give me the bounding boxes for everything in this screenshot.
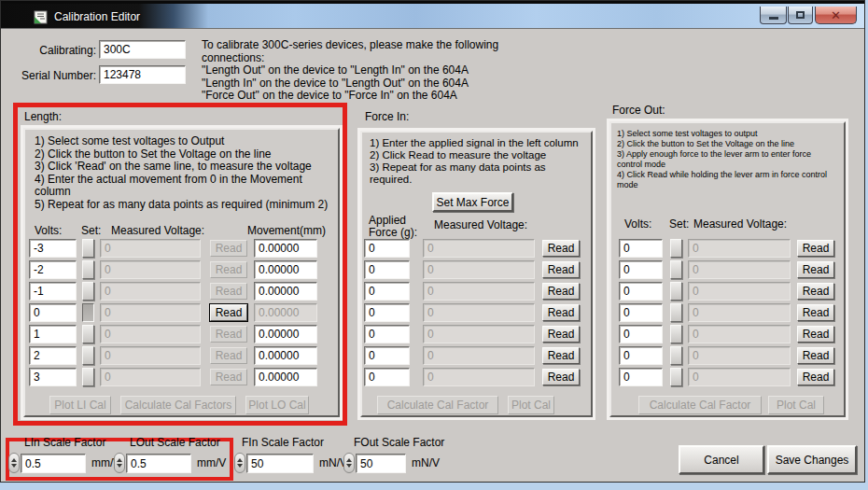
force-out-table-row: 0 0 Read (1, 282, 868, 302)
measured-voltage-field: 0 (688, 260, 791, 279)
volts-field[interactable]: 0 (619, 303, 663, 322)
set-max-force-button[interactable]: Set Max Force (432, 192, 513, 212)
spinner-control[interactable] (234, 453, 245, 473)
read-button[interactable]: Read (797, 369, 834, 385)
volts-field[interactable]: 0 (619, 282, 663, 301)
screenshot-stage: Calibration Editor ✕ Calibrating: 300C S… (0, 0, 868, 490)
measured-voltage-field: 0 (688, 303, 791, 322)
force-out-volts-header: Volts: (624, 217, 651, 231)
connection-instructions: To calibrate 300C-series devices, please… (202, 39, 498, 103)
set-button[interactable] (670, 239, 682, 258)
app-icon (33, 10, 49, 26)
scale-factor-label: LOut Scale Factor (130, 436, 220, 449)
volts-field[interactable]: 0 (619, 368, 663, 386)
serial-number-label: Serial Number: (10, 69, 96, 82)
spinner-down-icon (11, 464, 17, 468)
volts-field[interactable]: 0 (619, 346, 663, 365)
title-bar: Calibration Editor ✕ (1, 1, 864, 29)
scale-factor-label: FOut Scale Factor (354, 436, 444, 449)
scale-factor-label: FIn Scale Factor (242, 436, 324, 449)
force-in-measured-header: Measured Voltage: (434, 218, 527, 231)
force-out-instructions: 1) Select some test voltages to output2)… (617, 129, 827, 190)
minimize-button[interactable] (760, 7, 787, 24)
set-button[interactable] (670, 325, 682, 343)
scale-factor-field[interactable]: 0.5 (126, 454, 191, 473)
force-in-instructions: 1) Enter the applied signal in the left … (370, 137, 579, 186)
maximize-button[interactable] (788, 7, 813, 24)
scale-factor-field[interactable]: 50 (246, 454, 314, 473)
set-button[interactable] (670, 346, 682, 365)
applied-force-header-line2: Force (g): (369, 226, 417, 239)
read-button[interactable]: Read (797, 283, 834, 300)
length-set-header: Set: (81, 224, 101, 237)
force-out-table-row: 0 0 Read (1, 325, 868, 345)
set-button[interactable] (670, 368, 682, 386)
measured-voltage-field: 0 (688, 368, 791, 386)
set-button[interactable] (670, 260, 682, 279)
calibration-editor-window: Calibration Editor ✕ Calibrating: 300C S… (0, 0, 865, 483)
set-button[interactable] (670, 282, 682, 301)
measured-voltage-field: 0 (688, 325, 791, 343)
scale-factor-unit: mm/V (197, 456, 226, 469)
force-out-plot-cal-button: Plot Cal (768, 396, 824, 414)
read-button[interactable]: Read (797, 240, 834, 257)
spinner-control[interactable] (343, 453, 355, 473)
scale-factor-unit: mN/V (412, 456, 440, 469)
calibrating-label: Calibrating: (10, 44, 96, 57)
spinner-up-icon (237, 458, 243, 462)
spinner-control[interactable] (114, 453, 125, 473)
maximize-icon (796, 11, 805, 19)
calibrating-field[interactable]: 300C (99, 40, 186, 59)
measured-voltage-field: 0 (688, 239, 791, 258)
scale-factor-field[interactable]: 0.5 (21, 454, 86, 473)
force-out-table-row: 0 0 Read (1, 260, 868, 281)
spinner-down-icon (346, 464, 352, 468)
cancel-button[interactable]: Cancel (679, 445, 764, 474)
calculate-cal-factors-button: Calculate Cal Factors (120, 396, 236, 414)
read-button[interactable]: Read (797, 261, 834, 278)
scale-factor-label: LIn Scale Factor (24, 436, 105, 449)
plot-li-cal-button: Plot LI Cal (49, 396, 111, 414)
force-in-panel-title: Force In: (365, 110, 409, 123)
read-button[interactable]: Read (797, 326, 834, 343)
spinner-down-icon (117, 464, 122, 468)
window-title: Calibration Editor (54, 10, 140, 23)
spinner-up-icon (346, 458, 352, 462)
force-in-calculate-cal-factor-button: Calculate Cal Factor (377, 396, 498, 414)
force-out-table-row: 0 0 Read (1, 303, 868, 324)
force-out-panel-title: Force Out: (612, 104, 665, 117)
force-out-calculate-cal-factor-button: Calculate Cal Factor (638, 396, 762, 414)
close-icon: ✕ (831, 8, 841, 22)
force-out-measured-header: Measured Voltage: (693, 217, 787, 231)
minimize-icon (769, 17, 778, 20)
force-out-table-row: 0 0 Read (1, 368, 868, 388)
length-movement-header: Movement(mm) (247, 224, 326, 237)
close-button[interactable]: ✕ (815, 7, 857, 24)
spinner-down-icon (237, 464, 243, 468)
measured-voltage-field: 0 (688, 346, 791, 365)
plot-lo-cal-button: Plot LO Cal (245, 396, 309, 414)
set-button[interactable] (670, 303, 682, 322)
length-measured-header: Measured Voltage: (111, 224, 204, 237)
volts-field[interactable]: 0 (619, 260, 663, 279)
spinner-control[interactable] (8, 453, 20, 473)
applied-force-header-line1: Applied (369, 214, 406, 227)
force-in-plot-cal-button: Plot Cal (508, 396, 554, 414)
force-out-table-row: 0 0 Read (1, 239, 868, 259)
read-button[interactable]: Read (797, 347, 834, 364)
length-instructions: 1) Select some test voltages to Output2)… (35, 135, 328, 211)
spinner-up-icon (11, 458, 17, 462)
spinner-up-icon (117, 458, 122, 462)
measured-voltage-field: 0 (688, 282, 791, 301)
serial-number-field[interactable]: 123478 (99, 65, 186, 84)
length-panel-title: Length: (24, 110, 62, 123)
length-volts-header: Volts: (35, 224, 62, 237)
read-button[interactable]: Read (797, 304, 834, 321)
volts-field[interactable]: 0 (619, 325, 663, 343)
volts-field[interactable]: 0 (619, 239, 663, 258)
scale-factor-field[interactable]: 50 (356, 454, 406, 473)
force-out-set-header: Set: (669, 217, 689, 231)
save-changes-button[interactable]: Save Changes (767, 445, 857, 474)
force-out-table-row: 0 0 Read (1, 346, 868, 367)
